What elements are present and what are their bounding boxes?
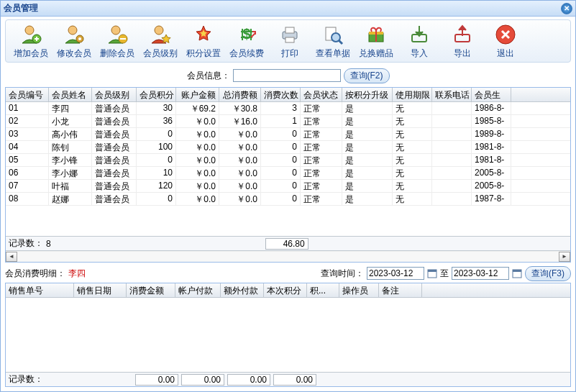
edit-member-button[interactable]: 修改会员: [53, 22, 95, 60]
table-row[interactable]: 08赵娜普通会员0￥0.0￥0.00正常是无1987-8-: [6, 193, 570, 206]
cell: 李小娜: [49, 167, 92, 179]
cell: 正常: [301, 167, 342, 179]
export-button[interactable]: 导出: [442, 22, 483, 60]
to-label: 至: [440, 268, 449, 280]
member-management-window: 会员管理 ✕ 增加会员 修改会员 删除会员 会员级别 积分设置 $ 会员续费: [0, 0, 576, 392]
col-status[interactable]: 会员状态: [301, 88, 342, 101]
toolbar-label: 会员续费: [229, 47, 264, 60]
detail-label: 会员消费明细：: [5, 268, 65, 280]
col-id[interactable]: 会员编号: [6, 88, 49, 101]
cell: [432, 141, 472, 153]
person-add-icon: [19, 23, 42, 46]
col-name[interactable]: 会员姓名: [49, 88, 92, 101]
cell: 1989-8-: [472, 128, 511, 140]
h-scrollbar[interactable]: ◄ ►: [6, 250, 570, 262]
dcol-amount[interactable]: 消费金额: [127, 283, 175, 297]
scroll-right-button[interactable]: ►: [559, 252, 570, 262]
detail-member-name: 李四: [68, 268, 86, 280]
date-to-input[interactable]: [452, 267, 509, 280]
cell: ￥0.0: [219, 141, 261, 153]
dcol-points[interactable]: 本次积分: [264, 283, 307, 297]
cell: 普通会员: [92, 102, 137, 114]
cell: 普通会员: [92, 180, 137, 192]
search-input[interactable]: [233, 69, 341, 82]
scroll-track[interactable]: [17, 252, 559, 262]
dcol-acctpay[interactable]: 帐户付款: [175, 283, 221, 297]
dcol-no[interactable]: 销售单号: [6, 283, 74, 297]
dcol-remark[interactable]: 备注: [379, 283, 422, 297]
table-row[interactable]: 03高小伟普通会员0￥0.0￥0.00正常是无1989-8-: [6, 128, 570, 141]
table-row[interactable]: 05李小锋普通会员0￥0.0￥0.00正常是无1981-8-: [6, 154, 570, 167]
col-consume[interactable]: 总消费额: [219, 88, 261, 101]
cell: 无: [393, 167, 432, 179]
cell: 0: [137, 193, 176, 205]
col-phone[interactable]: 联系电话: [432, 88, 472, 101]
members-grid-body[interactable]: 01李四普通会员30￥69.2￥30.83正常是无1986-8-02小龙普通会员…: [6, 102, 570, 236]
import-button[interactable]: 导入: [398, 22, 440, 60]
table-row[interactable]: 01李四普通会员30￥69.2￥30.83正常是无1986-8-: [6, 102, 570, 115]
calendar-to-icon[interactable]: [512, 268, 522, 278]
renew-button[interactable]: $ 会员续费: [226, 22, 268, 60]
detail-query-button[interactable]: 查询(F3): [525, 266, 571, 281]
toolbar-label: 导出: [454, 47, 471, 60]
col-birthday[interactable]: 会员生: [472, 88, 511, 101]
scroll-left-button[interactable]: ◄: [6, 252, 17, 262]
cell: 正常: [301, 180, 342, 192]
cell: 07: [6, 180, 49, 192]
col-expiry[interactable]: 使用期限: [393, 88, 432, 101]
col-balance[interactable]: 账户金额: [176, 88, 219, 101]
add-member-button[interactable]: 增加会员: [10, 22, 52, 60]
delete-member-button[interactable]: 删除会员: [96, 22, 138, 60]
table-row[interactable]: 07叶福普通会员120￥0.0￥0.00正常是无2005-8-: [6, 180, 570, 193]
cell: 是: [342, 180, 393, 192]
window-close-button[interactable]: ✕: [561, 3, 572, 14]
cell: 是: [342, 141, 393, 153]
toolbar-label: 删除会员: [100, 47, 134, 60]
cell: [432, 193, 472, 205]
table-row[interactable]: 02小龙普通会员36￥0.0￥16.01正常是无1985-8-: [6, 115, 570, 128]
detail-grid-body[interactable]: [6, 298, 570, 372]
col-points[interactable]: 会员积分: [137, 88, 176, 101]
cell: [432, 115, 472, 127]
svg-point-5: [111, 26, 120, 35]
col-level[interactable]: 会员级别: [92, 88, 137, 101]
col-upgrade[interactable]: 按积分升级: [342, 88, 393, 101]
dcol-operator[interactable]: 操作员: [339, 283, 379, 297]
cell: ￥0.0: [176, 128, 219, 140]
cell: 0: [261, 141, 301, 153]
record-count-value: 8: [46, 239, 51, 249]
cell: [432, 128, 472, 140]
toolbar-label: 查看单据: [316, 47, 350, 60]
cell: ￥0.0: [176, 193, 219, 205]
cell: 30: [137, 102, 176, 114]
detail-grid-panel: 销售单号 销售日期 消费金额 帐户付款 额外付款 本次积分 积... 操作员 备…: [5, 283, 571, 387]
dcol-extrapay[interactable]: 额外付款: [221, 283, 264, 297]
table-row[interactable]: 04陈钊普通会员100￥0.0￥0.00正常是无1981-8-: [6, 141, 570, 154]
cell: 无: [393, 102, 432, 114]
table-row[interactable]: 06李小娜普通会员10￥0.0￥0.00正常是无2005-8-: [6, 167, 570, 180]
cell: 叶福: [49, 180, 92, 192]
redeem-gift-button[interactable]: 兑换赠品: [355, 22, 397, 60]
print-button[interactable]: 打印: [269, 22, 311, 60]
view-receipt-button[interactable]: 查看单据: [312, 22, 354, 60]
toolbar-label: 积分设置: [186, 47, 221, 60]
members-grid-panel: 会员编号 会员姓名 会员级别 会员积分 账户金额 总消费额 消费次数 会员状态 …: [5, 87, 571, 263]
svg-rect-20: [428, 270, 436, 272]
search-bar: 会员信息： 查询(F2): [5, 67, 571, 84]
cell: 05: [6, 154, 49, 166]
calendar-from-icon[interactable]: [427, 268, 437, 278]
dcol-date[interactable]: 销售日期: [74, 283, 127, 297]
cell: 高小伟: [49, 128, 92, 140]
cell: 10: [137, 167, 176, 179]
col-count[interactable]: 消费次数: [261, 88, 301, 101]
date-from-input[interactable]: [367, 267, 424, 280]
search-button[interactable]: 查询(F2): [344, 68, 390, 83]
exit-button[interactable]: 退出: [485, 22, 526, 60]
member-level-button[interactable]: 会员级别: [140, 22, 181, 60]
points-settings-button[interactable]: 积分设置: [183, 22, 224, 60]
cell: 是: [342, 115, 393, 127]
cell: 李小锋: [49, 154, 92, 166]
dcol-pt[interactable]: 积...: [307, 283, 339, 297]
cell: 普通会员: [92, 193, 137, 205]
toolbar-label: 兑换赠品: [359, 47, 393, 60]
